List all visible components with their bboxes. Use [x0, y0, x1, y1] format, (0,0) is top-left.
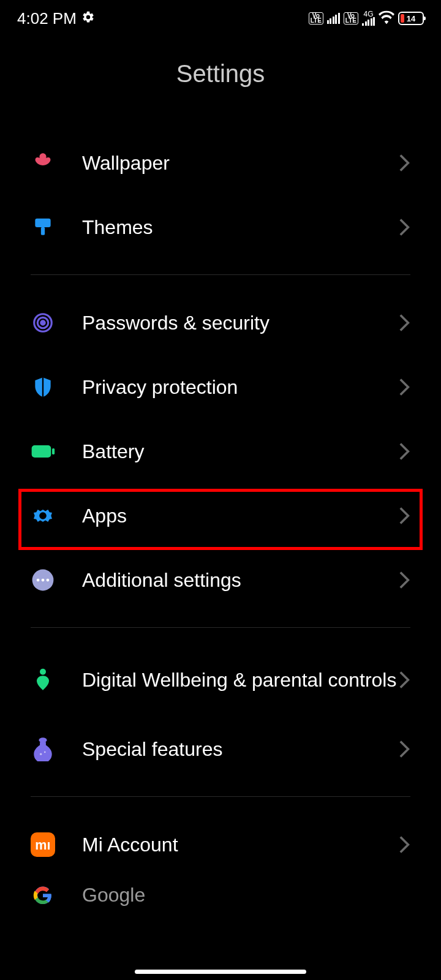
divider [31, 274, 410, 275]
battery-setting-icon [31, 439, 55, 464]
settings-list: Wallpaper Themes Passwords & security Pr… [0, 130, 441, 913]
battery-percent: 14 [407, 14, 415, 23]
row-label: Additional settings [82, 568, 399, 592]
chevron-right-icon [399, 740, 410, 758]
battery-icon: 14 [398, 12, 424, 25]
row-google[interactable]: Google [31, 876, 410, 913]
chevron-right-icon [399, 507, 410, 525]
row-passwords-security[interactable]: Passwords & security [31, 290, 410, 355]
row-label: Apps [82, 504, 399, 527]
svg-point-15 [44, 751, 46, 753]
svg-point-7 [39, 512, 47, 519]
network-label: 4G [363, 11, 373, 17]
signal-icon-2 [362, 17, 375, 26]
svg-point-9 [37, 578, 40, 581]
fingerprint-icon [31, 311, 55, 335]
chevron-right-icon [399, 378, 410, 396]
brush-icon [31, 215, 55, 239]
divider [31, 627, 410, 628]
status-left: 4:02 PM [17, 9, 95, 28]
row-additional-settings[interactable]: Additional settings [31, 548, 410, 612]
chevron-right-icon [399, 314, 410, 332]
svg-rect-5 [32, 445, 51, 458]
status-right: VoLTE VoLTE 4G 14 [309, 9, 424, 28]
svg-rect-0 [35, 218, 50, 227]
svg-point-4 [41, 320, 45, 324]
gear-icon [81, 9, 95, 28]
row-apps[interactable]: Apps [31, 483, 410, 548]
row-label: Wallpaper [82, 151, 399, 175]
row-label: Privacy protection [82, 375, 399, 399]
row-themes[interactable]: Themes [31, 195, 410, 259]
svg-point-13 [39, 737, 47, 742]
row-label: Passwords & security [82, 311, 399, 334]
row-label: Digital Wellbeing & parental controls [82, 668, 399, 692]
chevron-right-icon [399, 442, 410, 461]
row-label: Themes [82, 216, 399, 239]
person-heart-icon [31, 668, 55, 692]
chevron-right-icon [399, 671, 410, 689]
google-icon [31, 883, 55, 907]
svg-point-14 [40, 753, 42, 755]
row-label: Special features [82, 737, 399, 761]
divider [31, 796, 410, 797]
mi-logo-icon: mı [31, 832, 55, 857]
flask-icon [31, 737, 55, 761]
tulip-icon [31, 151, 55, 175]
chevron-right-icon [399, 154, 410, 172]
status-bar: 4:02 PM VoLTE VoLTE 4G 14 [0, 0, 441, 37]
home-indicator[interactable] [135, 970, 306, 974]
signal-icon [327, 13, 340, 24]
row-battery[interactable]: Battery [31, 419, 410, 483]
more-icon [31, 568, 55, 592]
row-label: Google [82, 883, 410, 907]
svg-point-10 [42, 578, 45, 581]
chevron-right-icon [399, 835, 410, 854]
chevron-right-icon [399, 218, 410, 236]
row-wallpaper[interactable]: Wallpaper [31, 130, 410, 195]
volte-icon-2: VoLTE [344, 12, 358, 24]
gear-app-icon [31, 503, 55, 528]
chevron-right-icon [399, 571, 410, 589]
shield-icon [31, 375, 55, 399]
svg-point-12 [40, 669, 46, 675]
svg-rect-1 [41, 227, 45, 235]
status-time: 4:02 PM [17, 9, 77, 28]
row-label: Mi Account [82, 833, 399, 856]
row-label: Battery [82, 440, 399, 463]
volte-icon: VoLTE [309, 12, 323, 24]
svg-rect-6 [52, 448, 55, 454]
page-title: Settings [0, 60, 441, 88]
row-mi-account[interactable]: mı Mi Account [31, 812, 410, 876]
row-privacy-protection[interactable]: Privacy protection [31, 355, 410, 419]
svg-text:mı: mı [35, 837, 50, 853]
row-digital-wellbeing[interactable]: Digital Wellbeing & parental controls [31, 643, 410, 717]
row-special-features[interactable]: Special features [31, 717, 410, 781]
wifi-icon [379, 9, 394, 28]
svg-point-11 [47, 578, 50, 581]
